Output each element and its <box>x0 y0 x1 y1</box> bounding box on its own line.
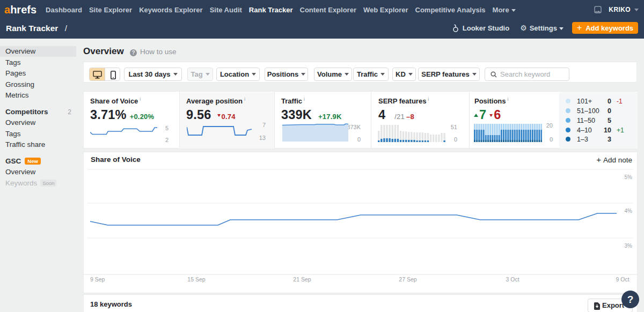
svg-text:4%: 4% <box>625 208 633 214</box>
svg-text:21 Sep: 21 Sep <box>293 276 311 283</box>
svg-text:5%: 5% <box>625 174 633 180</box>
svg-text:27 Sep: 27 Sep <box>399 276 416 283</box>
svg-text:9 Oct: 9 Oct <box>616 276 629 283</box>
svg-text:15 Sep: 15 Sep <box>187 276 205 283</box>
svg-text:9 Sep: 9 Sep <box>90 276 105 283</box>
svg-text:3 Oct: 3 Oct <box>506 276 519 283</box>
svg-text:3%: 3% <box>625 243 633 249</box>
